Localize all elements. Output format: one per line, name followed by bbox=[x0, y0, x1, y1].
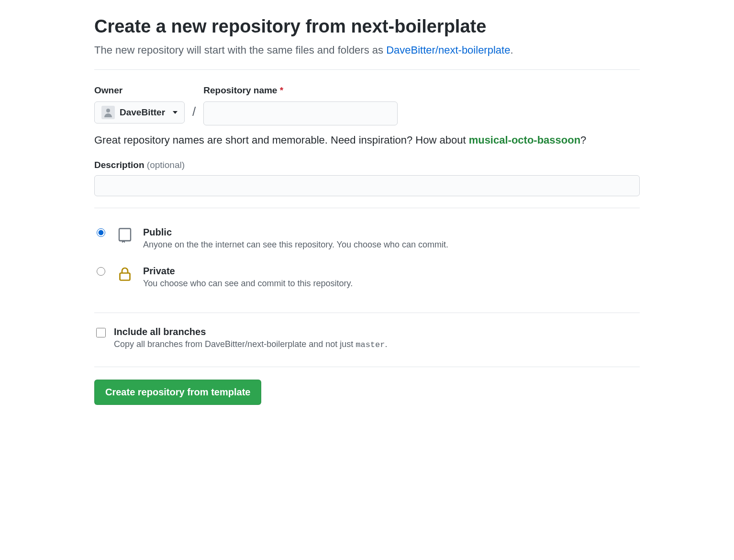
repo-name-hint: Great repository names are short and mem… bbox=[94, 134, 640, 146]
divider bbox=[94, 69, 640, 70]
include-branches-description: Copy all branches from DaveBitter/next-b… bbox=[114, 339, 388, 349]
public-description: Anyone on the the internet can see this … bbox=[143, 240, 448, 250]
description-label: Description (optional) bbox=[94, 160, 185, 170]
subhead-prefix: The new repository will start with the s… bbox=[94, 44, 386, 56]
repo-name-suggestion[interactable]: musical-octo-bassoon bbox=[469, 134, 580, 146]
repo-icon bbox=[115, 225, 134, 245]
avatar bbox=[101, 106, 115, 119]
divider bbox=[94, 367, 640, 367]
page-subhead: The new repository will start with the s… bbox=[94, 42, 640, 58]
page-title: Create a new repository from next-boiler… bbox=[94, 15, 640, 38]
owner-value: DaveBitter bbox=[120, 106, 165, 120]
private-radio[interactable] bbox=[97, 267, 105, 276]
description-input[interactable] bbox=[94, 175, 640, 196]
repo-name-input[interactable] bbox=[203, 101, 398, 126]
visibility-option-private[interactable]: Private You choose who can see and commi… bbox=[94, 260, 640, 299]
default-branch-name: master bbox=[356, 340, 385, 349]
public-radio[interactable] bbox=[97, 228, 105, 237]
public-title: Public bbox=[143, 225, 448, 239]
subhead-suffix: . bbox=[510, 44, 513, 56]
owner-select-button[interactable]: DaveBitter bbox=[94, 101, 185, 124]
owner-repo-separator: / bbox=[192, 85, 196, 119]
include-branches-option[interactable]: Include all branches Copy all branches f… bbox=[94, 325, 640, 355]
hint-suffix: ? bbox=[580, 134, 586, 146]
owner-label: Owner bbox=[94, 85, 185, 96]
template-repo-link[interactable]: DaveBitter/next-boilerplate bbox=[386, 44, 510, 56]
divider bbox=[94, 313, 640, 313]
include-branches-title: Include all branches bbox=[114, 326, 388, 337]
svg-rect-1 bbox=[119, 229, 131, 241]
svg-rect-3 bbox=[120, 273, 130, 280]
visibility-option-public[interactable]: Public Anyone on the the internet can se… bbox=[94, 222, 640, 260]
create-repository-button[interactable]: Create repository from template bbox=[94, 380, 261, 405]
hint-prefix: Great repository names are short and mem… bbox=[94, 134, 469, 146]
optional-indicator: (optional) bbox=[147, 160, 185, 170]
include-branches-checkbox[interactable] bbox=[96, 328, 106, 337]
required-indicator: * bbox=[280, 85, 283, 95]
private-description: You choose who can see and commit to thi… bbox=[143, 279, 353, 289]
divider bbox=[94, 208, 640, 208]
repo-name-label: Repository name * bbox=[203, 85, 398, 96]
svg-point-0 bbox=[106, 109, 110, 112]
private-title: Private bbox=[143, 264, 353, 278]
lock-icon bbox=[115, 264, 134, 283]
chevron-down-icon bbox=[173, 111, 178, 114]
